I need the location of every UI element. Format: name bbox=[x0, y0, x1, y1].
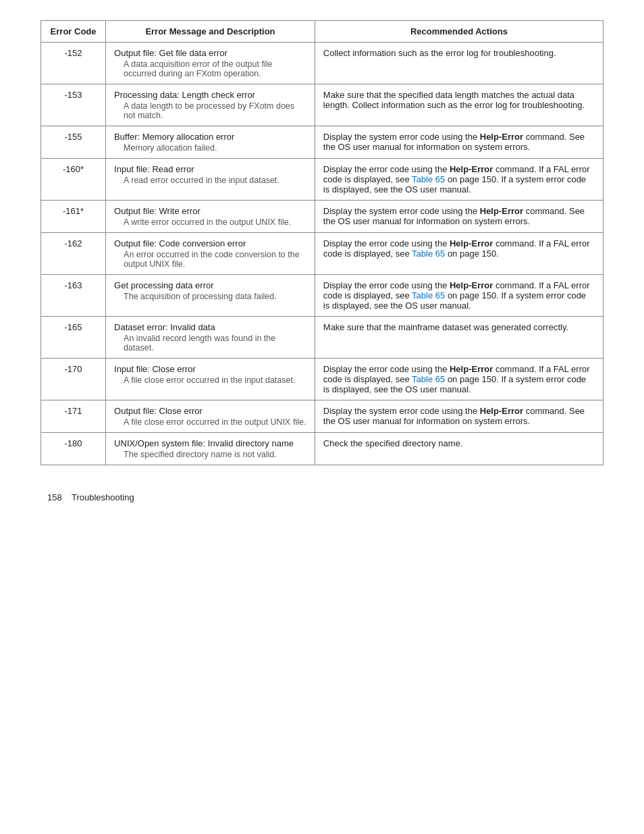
error-sub: A write error occurred in the output UNI… bbox=[114, 217, 306, 227]
recommended-cell: Display the system error code using the … bbox=[315, 126, 603, 159]
table-row: -162Output file: Code conversion errorAn… bbox=[41, 233, 603, 275]
bold-text: Help-Error bbox=[480, 206, 523, 216]
error-title: Processing data: Length check error bbox=[114, 90, 306, 100]
recommended-cell: Display the error code using the Help-Er… bbox=[315, 233, 603, 275]
table-link[interactable]: Table 65 bbox=[412, 290, 445, 301]
error-title: Dataset error: Invalid data bbox=[114, 322, 306, 332]
recommended-cell: Display the error code using the Help-Er… bbox=[315, 159, 603, 201]
error-title: Buffer: Memory allocation error bbox=[114, 132, 306, 142]
bold-text: Help-Error bbox=[450, 364, 493, 374]
error-code-cell: -155 bbox=[41, 126, 106, 159]
error-table: Error Code Error Message and Description… bbox=[41, 20, 603, 465]
error-sub: A data length to be processed by FXotm d… bbox=[114, 101, 306, 120]
header-recommended: Recommended Actions bbox=[315, 21, 603, 43]
bold-text: Help-Error bbox=[450, 280, 493, 290]
error-msg-cell: Output file: Close errorA file close err… bbox=[106, 400, 315, 433]
error-msg-cell: Output file: Get file data errorA data a… bbox=[106, 43, 315, 84]
error-msg-cell: Processing data: Length check errorA dat… bbox=[106, 84, 315, 126]
bold-text: Help-Error bbox=[480, 406, 523, 416]
error-title: Output file: Get file data error bbox=[114, 48, 306, 58]
table-link[interactable]: Table 65 bbox=[412, 249, 445, 259]
recommended-cell: Display the system error code using the … bbox=[315, 201, 603, 233]
table-row: -171Output file: Close errorA file close… bbox=[41, 400, 603, 433]
error-msg-cell: Input file: Read errorA read error occur… bbox=[106, 159, 315, 201]
error-code-cell: -160* bbox=[41, 159, 106, 201]
error-title: Output file: Close error bbox=[114, 406, 306, 416]
error-sub: A data acquisition error of the output f… bbox=[114, 59, 306, 78]
table-row: -155Buffer: Memory allocation errorMemor… bbox=[41, 126, 603, 159]
error-sub: An error occurred in the code conversion… bbox=[114, 250, 306, 269]
table-row: -153Processing data: Length check errorA… bbox=[41, 84, 603, 126]
error-code-cell: -171 bbox=[41, 400, 106, 433]
table-link[interactable]: Table 65 bbox=[412, 174, 445, 184]
error-code-cell: -162 bbox=[41, 233, 106, 275]
error-sub: A read error occurred in the input datas… bbox=[114, 176, 306, 185]
table-row: -152Output file: Get file data errorA da… bbox=[41, 43, 603, 84]
error-title: Input file: Read error bbox=[114, 164, 306, 174]
error-code-cell: -163 bbox=[41, 275, 106, 317]
recommended-cell: Collect information such as the error lo… bbox=[315, 43, 603, 84]
page-footer: 158 Troubleshooting bbox=[41, 492, 603, 502]
recommended-cell: Check the specified directory name. bbox=[315, 433, 603, 465]
table-row: -170Input file: Close errorA file close … bbox=[41, 359, 603, 400]
bold-text: Help-Error bbox=[450, 164, 493, 174]
recommended-cell: Display the error code using the Help-Er… bbox=[315, 275, 603, 317]
error-title: Input file: Close error bbox=[114, 364, 306, 374]
bold-text: Help-Error bbox=[480, 132, 523, 142]
error-code-cell: -153 bbox=[41, 84, 106, 126]
section-label: Troubleshooting bbox=[72, 492, 134, 502]
error-code-cell: -152 bbox=[41, 43, 106, 84]
error-title: Output file: Write error bbox=[114, 206, 306, 216]
error-sub: A file close error occurred in the outpu… bbox=[114, 417, 306, 427]
error-sub: The acquisition of processing data faile… bbox=[114, 292, 306, 301]
error-msg-cell: UNIX/Open system file: Invalid directory… bbox=[106, 433, 315, 465]
header-error-code: Error Code bbox=[41, 21, 106, 43]
error-code-cell: -180 bbox=[41, 433, 106, 465]
error-msg-cell: Buffer: Memory allocation errorMemory al… bbox=[106, 126, 315, 159]
error-code-cell: -161* bbox=[41, 201, 106, 233]
error-sub: Memory allocation failed. bbox=[114, 143, 306, 153]
bold-text: Help-Error bbox=[450, 238, 493, 249]
table-row: -161*Output file: Write errorA write err… bbox=[41, 201, 603, 233]
error-msg-cell: Input file: Close errorA file close erro… bbox=[106, 359, 315, 400]
recommended-cell: Make sure that the mainframe dataset was… bbox=[315, 317, 603, 359]
error-code-cell: -165 bbox=[41, 317, 106, 359]
error-msg-cell: Dataset error: Invalid dataAn invalid re… bbox=[106, 317, 315, 359]
error-title: UNIX/Open system file: Invalid directory… bbox=[114, 438, 306, 448]
recommended-cell: Make sure that the specified data length… bbox=[315, 84, 603, 126]
page-number: 158 bbox=[47, 492, 62, 502]
error-title: Output file: Code conversion error bbox=[114, 238, 306, 249]
error-title: Get processing data error bbox=[114, 280, 306, 290]
table-row: -163Get processing data errorThe acquisi… bbox=[41, 275, 603, 317]
error-sub: The specified directory name is not vali… bbox=[114, 450, 306, 459]
recommended-cell: Display the error code using the Help-Er… bbox=[315, 359, 603, 400]
table-link[interactable]: Table 65 bbox=[412, 374, 445, 384]
error-sub: An invalid record length was found in th… bbox=[114, 334, 306, 353]
error-msg-cell: Output file: Write errorA write error oc… bbox=[106, 201, 315, 233]
header-error-msg: Error Message and Description bbox=[106, 21, 315, 43]
error-msg-cell: Get processing data errorThe acquisition… bbox=[106, 275, 315, 317]
table-row: -180UNIX/Open system file: Invalid direc… bbox=[41, 433, 603, 465]
error-sub: A file close error occurred in the input… bbox=[114, 375, 306, 385]
error-msg-cell: Output file: Code conversion errorAn err… bbox=[106, 233, 315, 275]
table-row: -165Dataset error: Invalid dataAn invali… bbox=[41, 317, 603, 359]
error-code-cell: -170 bbox=[41, 359, 106, 400]
recommended-cell: Display the system error code using the … bbox=[315, 400, 603, 433]
table-row: -160*Input file: Read errorA read error … bbox=[41, 159, 603, 201]
